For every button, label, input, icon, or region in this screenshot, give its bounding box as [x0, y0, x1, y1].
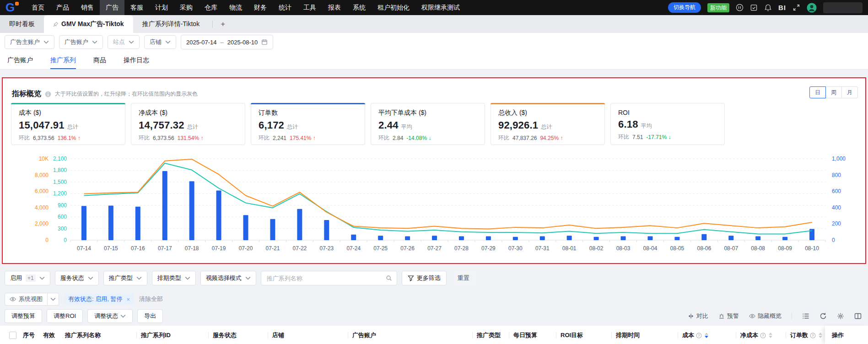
more-filters-button[interactable]: 更多筛选: [402, 271, 447, 285]
column-header-10[interactable]: ROI目标: [556, 326, 611, 344]
sort-desc-icon[interactable]: [705, 336, 708, 338]
column-header-3[interactable]: 推广系列名称: [60, 326, 136, 344]
remove-tag-icon[interactable]: ×: [126, 296, 130, 303]
menu-item-14[interactable]: 系统: [347, 0, 372, 15]
avatar[interactable]: [807, 3, 817, 13]
menu-item-6[interactable]: 计划: [149, 0, 174, 15]
add-tab-button[interactable]: +: [216, 18, 229, 30]
column-header-12[interactable]: 成本?: [678, 326, 736, 344]
reset-button[interactable]: 重置: [451, 271, 476, 285]
menu-item-1[interactable]: 首页: [26, 0, 50, 15]
section-tab-4[interactable]: 操作日志: [124, 51, 149, 69]
menu-item-12[interactable]: 工具: [297, 0, 322, 15]
sort-desc-icon[interactable]: [769, 336, 772, 338]
column-header-actions[interactable]: 操作: [825, 326, 868, 344]
column-header-14[interactable]: 订单数?: [786, 326, 825, 344]
pause-circle-icon[interactable]: [736, 4, 744, 11]
status-filter-dropdown[interactable]: 启用 +1: [5, 271, 50, 285]
menu-item-9[interactable]: 物流: [223, 0, 248, 15]
select-all-checkbox[interactable]: [9, 332, 16, 339]
metric-title: 成本 ($): [19, 109, 118, 117]
filter-dropdown-3[interactable]: 站点: [108, 35, 140, 49]
metric-card-1[interactable]: 成本 ($)15,047.91总计环比6,373.56136.1% ↑: [11, 103, 125, 145]
column-header-1[interactable]: 序号: [18, 326, 38, 344]
column-header-11[interactable]: 排期时间: [611, 326, 678, 344]
new-feature-badge[interactable]: 新功能: [707, 3, 729, 12]
section-tab-2[interactable]: 推广系列: [50, 51, 76, 69]
campaign-search-input[interactable]: [266, 274, 383, 282]
menu-item-10[interactable]: 财务: [248, 0, 273, 15]
period-switch: 日周月: [810, 86, 858, 98]
svg-text:1,800: 1,800: [53, 167, 67, 173]
action-button-2[interactable]: 调整ROI: [47, 309, 83, 323]
date-range-picker[interactable]: 2025-07-14 – 2025-08-10: [181, 35, 273, 49]
column-header-6[interactable]: 店铺: [268, 326, 348, 344]
menu-item-7[interactable]: 采购: [174, 0, 199, 15]
metric-card-5[interactable]: 总收入 ($)92,926.1总计环比47,837.2694.25% ↑: [491, 103, 605, 145]
workspace-tab-1[interactable]: 即时看板: [0, 15, 44, 33]
period-button-2[interactable]: 周: [825, 86, 842, 98]
sort-asc-icon[interactable]: [769, 333, 772, 335]
sort-control[interactable]: [769, 333, 772, 338]
menu-item-5[interactable]: 客服: [124, 0, 149, 15]
menu-item-13[interactable]: 报表: [322, 0, 347, 15]
workspace-tab-2[interactable]: GMV Max广告-Tiktok: [44, 15, 133, 33]
filter-dropdown-1[interactable]: 广告主账户: [5, 35, 54, 49]
menu-item-4[interactable]: 广告: [100, 0, 124, 15]
column-header-9[interactable]: 每日预算: [509, 326, 556, 344]
period-button-1[interactable]: 日: [809, 86, 826, 98]
tool-3[interactable]: 隐藏概览: [749, 312, 782, 320]
system-view-dropdown[interactable]: 系统视图: [5, 293, 59, 306]
sort-control[interactable]: [819, 333, 822, 338]
menu-item-3[interactable]: 销售: [75, 0, 100, 15]
username-box[interactable]: [823, 2, 863, 13]
section-tab-1[interactable]: 广告账户: [7, 51, 33, 69]
sort-asc-icon[interactable]: [819, 333, 822, 335]
menu-item-2[interactable]: 产品: [50, 0, 75, 15]
sort-control[interactable]: [705, 333, 708, 338]
refresh-icon[interactable]: [819, 312, 827, 320]
column-header-13[interactable]: 净成本?: [736, 326, 786, 344]
bell-icon[interactable]: [764, 4, 772, 11]
column-header-8[interactable]: 推广类型: [472, 326, 509, 344]
switch-nav-button[interactable]: 切换导航: [668, 2, 701, 13]
column-header-7[interactable]: 广告账户: [348, 326, 472, 344]
filter-dropdown-4[interactable]: 店铺: [144, 35, 176, 49]
bi-link[interactable]: BI: [778, 4, 786, 11]
action-button-4[interactable]: 导出: [137, 309, 163, 323]
menu-item-11[interactable]: 统计: [273, 0, 297, 15]
action-button-3[interactable]: 调整状态: [87, 309, 133, 323]
period-button-3[interactable]: 月: [841, 86, 858, 98]
search-icon[interactable]: [386, 275, 392, 281]
calendar-check-icon[interactable]: [750, 4, 758, 11]
toolbar-dropdown-2[interactable]: 推广类型: [103, 271, 147, 285]
column-header-4[interactable]: 推广系列ID: [136, 326, 208, 344]
menu-item-8[interactable]: 仓库: [199, 0, 223, 15]
sort-asc-icon[interactable]: [705, 333, 708, 335]
filter-dropdown-2[interactable]: 广告账户: [59, 35, 103, 49]
toolbar-dropdown-4[interactable]: 视频选择模式: [200, 271, 256, 285]
tool-1[interactable]: 对比: [688, 312, 708, 320]
workspace-tab-3[interactable]: 推广系列详情-Tiktok: [133, 15, 209, 33]
settings-icon[interactable]: [837, 312, 844, 320]
column-header-5[interactable]: 服务状态: [208, 326, 268, 344]
toolbar-dropdown-1[interactable]: 服务状态: [55, 271, 99, 285]
menu-item-16[interactable]: 权限继承测试: [415, 0, 466, 15]
metric-card-6[interactable]: ROI6.18平均环比7.51-17.71% ↓: [610, 103, 725, 145]
section-tabs: 广告账户推广系列商品操作日志: [0, 51, 868, 70]
metric-card-2[interactable]: 净成本 ($)14,757.32总计环比6,373.56131.54% ↑: [131, 103, 245, 145]
section-tab-3[interactable]: 商品: [93, 51, 106, 69]
app-logo[interactable]: G: [5, 0, 26, 15]
toolbar-dropdown-3[interactable]: 排期类型: [152, 271, 196, 285]
sort-desc-icon[interactable]: [819, 336, 822, 338]
tool-2[interactable]: 预警: [718, 312, 739, 320]
action-button-1[interactable]: 调整预算: [5, 309, 42, 323]
columns-icon[interactable]: [854, 312, 862, 320]
column-header-2[interactable]: 有效: [38, 326, 60, 344]
expand-icon[interactable]: [793, 4, 800, 11]
list-icon[interactable]: [802, 312, 809, 320]
clear-all-button[interactable]: 清除全部: [139, 295, 163, 303]
metric-card-4[interactable]: 平均下单成本 ($)2.44平均环比2.84-14.08% ↓: [371, 103, 485, 145]
menu-item-15[interactable]: 租户初始化: [372, 0, 415, 15]
metric-card-3[interactable]: 订单数6,172总计环比2,241175.41% ↑: [251, 103, 365, 145]
